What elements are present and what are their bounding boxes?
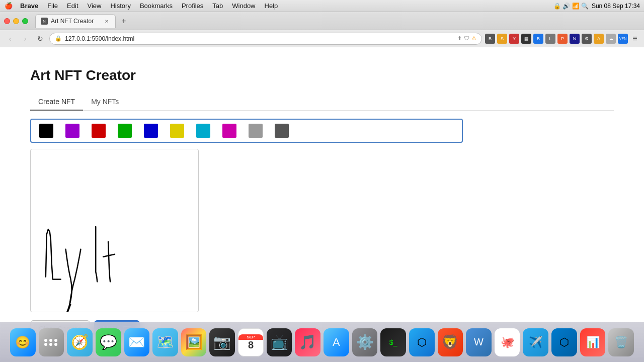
- dock-appletv[interactable]: 📺: [267, 328, 292, 356]
- ext-icon-2[interactable]: S: [497, 34, 507, 44]
- page-title: Art NFT Creator: [30, 67, 614, 83]
- drawing-canvas[interactable]: [30, 149, 199, 312]
- reload-button[interactable]: ↻: [34, 33, 46, 45]
- color-palette: [30, 119, 463, 143]
- close-window-button[interactable]: [4, 18, 10, 24]
- traffic-lights: [4, 18, 28, 24]
- minimize-window-button[interactable]: [13, 18, 19, 24]
- tab-favicon: N: [41, 18, 48, 25]
- page-content: Art NFT Creator Create NFT My NFTs: [0, 47, 644, 357]
- ext-icon-1[interactable]: B: [485, 34, 495, 44]
- ext-icon-9[interactable]: ⚙: [582, 34, 592, 44]
- canvas-svg: [31, 149, 198, 312]
- browser-tab-active[interactable]: N Art NFT Creator ✕: [35, 14, 116, 28]
- dock-messages[interactable]: 💬: [96, 328, 121, 356]
- color-black[interactable]: [39, 124, 53, 138]
- tab-title: Art NFT Creator: [51, 18, 94, 25]
- dock-activity-monitor[interactable]: 📊: [580, 328, 606, 356]
- dock: 😊 🧭 💬 ✉️ 🗺️ 🖼️ 📷 SEP 8 📺 🎵 A ⚙️ $_ ⬡ 🦁 W…: [0, 322, 644, 362]
- dock-terminal[interactable]: $_: [380, 328, 406, 356]
- back-button[interactable]: ‹: [4, 33, 16, 45]
- menubar-view[interactable]: View: [84, 1, 106, 11]
- address-bar[interactable]: 🔒 127.0.0.1:5500/index.html ⬆ 🛡 ⚠: [49, 33, 482, 45]
- color-magenta[interactable]: [222, 124, 236, 138]
- tab-create-nft[interactable]: Create NFT: [30, 94, 83, 111]
- dock-trash[interactable]: 🗑️: [608, 328, 634, 356]
- color-cyan[interactable]: [196, 124, 210, 138]
- menubar-file[interactable]: File: [43, 1, 62, 11]
- dock-github[interactable]: 🐙: [495, 328, 520, 356]
- menubar-right: 🔒 🔊 📶 🔍 Sun 08 Sep 17:34: [553, 3, 640, 10]
- dock-vscode2[interactable]: ⬡: [551, 328, 577, 356]
- color-gray[interactable]: [249, 124, 263, 138]
- ext-icon-8[interactable]: N: [570, 34, 580, 44]
- lock-icon: 🔒: [55, 35, 62, 42]
- dock-mail[interactable]: ✉️: [124, 328, 150, 356]
- bookmark-icon[interactable]: ⬆: [457, 35, 462, 42]
- forward-button[interactable]: ›: [19, 33, 31, 45]
- menubar-time: Sun 08 Sep 17:34: [592, 3, 640, 10]
- tab-my-nfts[interactable]: My NFTs: [83, 94, 127, 111]
- ext-icon-7[interactable]: P: [557, 34, 568, 44]
- shield-icon[interactable]: 🛡: [464, 35, 469, 42]
- dock-system-preferences[interactable]: ⚙️: [352, 328, 378, 356]
- color-dark-gray[interactable]: [275, 124, 289, 138]
- dock-brave[interactable]: 🦁: [438, 328, 463, 356]
- menubar-icons: 🔒 🔊 📶 🔍: [553, 3, 589, 10]
- hamburger-menu[interactable]: ≡: [630, 34, 640, 44]
- dock-calendar[interactable]: SEP 8: [238, 328, 264, 356]
- color-yellow[interactable]: [170, 124, 184, 138]
- menubar-tab[interactable]: Tab: [208, 1, 227, 11]
- menubar: 🍎 Brave File Edit View History Bookmarks…: [0, 0, 644, 12]
- color-blue[interactable]: [144, 124, 158, 138]
- dock-safari[interactable]: 🧭: [67, 328, 93, 356]
- menubar-help[interactable]: Help: [261, 1, 282, 11]
- menubar-bookmarks[interactable]: Bookmarks: [136, 1, 177, 11]
- url-text: 127.0.0.1:5500/index.html: [65, 35, 134, 42]
- dock-appstore[interactable]: A: [324, 328, 349, 356]
- dock-wavebox[interactable]: W: [466, 328, 492, 356]
- dock-finder[interactable]: 😊: [10, 328, 36, 356]
- menubar-profiles[interactable]: Profiles: [178, 1, 207, 11]
- tab-bar: N Art NFT Creator ✕ +: [35, 14, 640, 28]
- menubar-brave[interactable]: Brave: [16, 1, 42, 11]
- color-purple[interactable]: [65, 124, 79, 138]
- tab-navigation: Create NFT My NFTs: [30, 94, 614, 111]
- color-red[interactable]: [92, 124, 106, 138]
- dock-telegram[interactable]: ✈️: [523, 328, 548, 356]
- new-tab-button[interactable]: +: [118, 15, 130, 27]
- menubar-window[interactable]: Window: [228, 1, 259, 11]
- dock-photos[interactable]: 🖼️: [181, 328, 207, 356]
- vpn-icon[interactable]: VPN: [618, 34, 628, 44]
- ext-icon-6[interactable]: L: [545, 34, 555, 44]
- warning-icon[interactable]: ⚠: [471, 35, 476, 42]
- menubar-edit[interactable]: Edit: [63, 1, 82, 11]
- menubar-history[interactable]: History: [106, 1, 134, 11]
- ext-icon-4[interactable]: ▦: [521, 34, 531, 44]
- ext-icon-10[interactable]: A: [594, 34, 604, 44]
- color-green[interactable]: [118, 124, 132, 138]
- tab-close-button[interactable]: ✕: [103, 18, 110, 25]
- dock-music[interactable]: 🎵: [295, 328, 320, 356]
- maximize-window-button[interactable]: [22, 18, 28, 24]
- dock-launchpad[interactable]: [39, 328, 64, 356]
- dock-maps[interactable]: 🗺️: [152, 328, 178, 356]
- address-bar-row: ‹ › ↻ 🔒 127.0.0.1:5500/index.html ⬆ 🛡 ⚠ …: [0, 30, 644, 47]
- apple-menu[interactable]: 🍎: [4, 2, 13, 11]
- toolbar-extensions: B S Y ▦ B L P N ⚙ A ☁ VPN ≡: [485, 34, 640, 44]
- browser-tab-bar: N Art NFT Creator ✕ +: [0, 12, 644, 30]
- address-bar-actions: ⬆ 🛡 ⚠: [457, 35, 476, 42]
- ext-icon-3[interactable]: Y: [509, 34, 519, 44]
- ext-icon-5[interactable]: B: [533, 34, 543, 44]
- dock-facetime[interactable]: 📷: [209, 328, 235, 356]
- ext-icon-11[interactable]: ☁: [606, 34, 616, 44]
- dock-vscode-blue[interactable]: ⬡: [409, 328, 435, 356]
